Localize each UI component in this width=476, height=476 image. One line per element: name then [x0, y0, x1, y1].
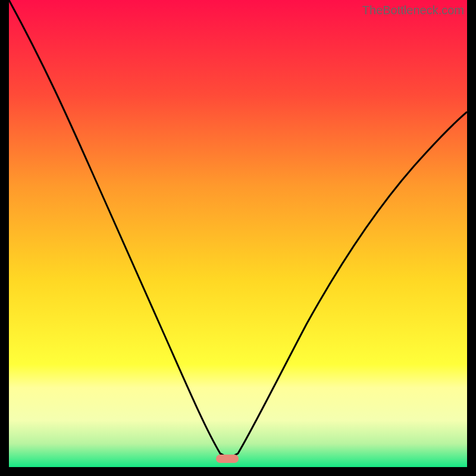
- optimal-marker: [216, 455, 239, 463]
- bottleneck-chart: [9, 0, 467, 467]
- watermark-text: TheBottleneck.com: [362, 4, 464, 17]
- bottleneck-curve: [9, 0, 467, 467]
